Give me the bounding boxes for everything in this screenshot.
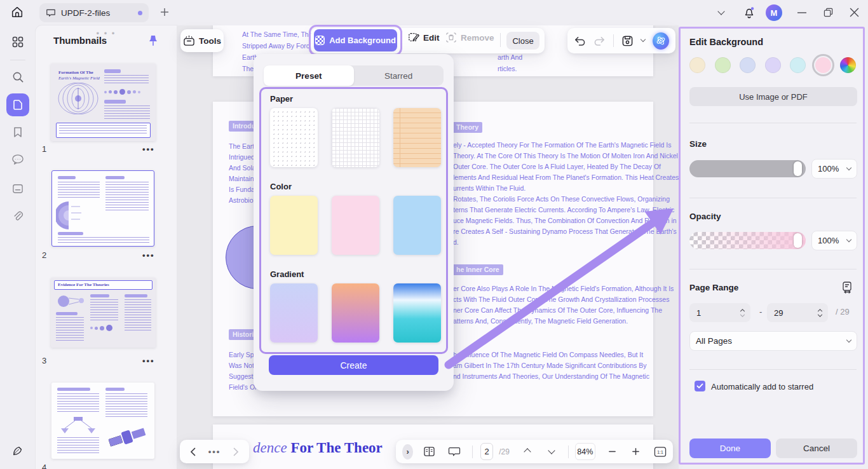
opacity-value-dropdown[interactable]: 100%: [811, 231, 857, 250]
range-from-field[interactable]: [689, 303, 750, 322]
expand-right-icon[interactable]: ›: [402, 444, 413, 459]
background-color-swatch-periwinkle[interactable]: [740, 57, 756, 73]
paperclip-icon[interactable]: [6, 205, 29, 228]
create-label: Create: [340, 360, 367, 370]
gradient-lavender-swatch[interactable]: [270, 283, 318, 343]
paper-lined-swatch[interactable]: [393, 108, 441, 167]
tools-button[interactable]: Tools: [180, 29, 224, 52]
signature-pen-icon[interactable]: [6, 440, 29, 463]
page2-right-paragraph-1: ely - Accepted Theory For The Formation …: [453, 141, 679, 249]
redo-icon[interactable]: [593, 36, 606, 46]
ai-assistant-icon[interactable]: [653, 32, 669, 50]
zoom-level-field[interactable]: 84%: [575, 443, 595, 460]
background-color-swatch-pink[interactable]: [815, 57, 831, 73]
done-button[interactable]: Done: [689, 438, 771, 458]
zoom-out-icon[interactable]: [608, 447, 616, 456]
range-from-input[interactable]: [689, 308, 728, 318]
undo-icon[interactable]: [574, 36, 586, 46]
tab-preset[interactable]: Preset: [264, 65, 354, 86]
minimize-button[interactable]: [797, 11, 806, 14]
history-more-menu[interactable]: •••: [208, 447, 221, 456]
range-to-input[interactable]: [767, 308, 805, 318]
thumb2-more-menu[interactable]: •••: [142, 250, 155, 260]
use-image-or-pdf-button[interactable]: Use Image or PDF: [689, 87, 857, 106]
attachments-card-icon[interactable]: [6, 177, 29, 200]
opacity-slider[interactable]: [689, 232, 806, 249]
color-blue-swatch[interactable]: [393, 196, 441, 255]
zoom-level-value: 84%: [577, 447, 593, 456]
size-slider-handle[interactable]: [794, 161, 802, 176]
background-color-swatch-lavender[interactable]: [765, 57, 781, 73]
add-background-button[interactable]: Add Background: [314, 29, 397, 51]
thumb3-planets-row: [90, 325, 112, 331]
actual-size-icon[interactable]: 1:1: [654, 446, 667, 458]
tab-starred[interactable]: Starred: [354, 65, 444, 86]
paper-grid-swatch[interactable]: [332, 108, 379, 167]
remove-label: Remove: [461, 33, 494, 43]
thumb1-more-menu[interactable]: •••: [142, 144, 155, 154]
apps-grid-icon[interactable]: [6, 31, 29, 53]
thumbnail-page-4[interactable]: [51, 383, 154, 459]
notifications-bell-icon[interactable]: [742, 5, 756, 19]
avatar-letter: M: [771, 8, 778, 18]
save-icon[interactable]: [621, 35, 634, 47]
thumb1-chip2: [104, 100, 126, 104]
history-forward-icon[interactable]: [233, 447, 239, 456]
all-pages-select[interactable]: All Pages: [689, 331, 857, 351]
color-pink-swatch[interactable]: [332, 196, 379, 255]
gradient-blue-teal-swatch[interactable]: [393, 283, 441, 343]
close-window-button[interactable]: [850, 8, 859, 17]
next-page-chevron-icon[interactable]: [549, 451, 554, 453]
background-color-swatch-rainbow[interactable]: [840, 57, 856, 73]
thumbnails-page-icon[interactable]: [6, 93, 29, 116]
reading-mode-icon[interactable]: [423, 446, 435, 457]
previous-page-chevron-icon[interactable]: [525, 449, 530, 454]
save-options-chevron-icon[interactable]: [641, 37, 646, 42]
background-color-swatch-green[interactable]: [715, 57, 731, 73]
thumb3-chip3: [125, 294, 147, 297]
bookmark-icon[interactable]: [6, 121, 29, 144]
zoom-in-icon[interactable]: [632, 447, 640, 456]
new-tab-button[interactable]: [159, 6, 170, 18]
thumbnail-page-1[interactable]: Formation Of The Earth's Magnetic Field: [51, 64, 156, 141]
home-icon[interactable]: [10, 5, 24, 19]
left-icon-rail: [0, 25, 36, 469]
create-button[interactable]: Create: [269, 355, 438, 375]
gradient-orange-purple-swatch[interactable]: [332, 283, 379, 343]
edit-background-button[interactable]: Edit: [408, 32, 440, 43]
cancel-button[interactable]: Cancel: [776, 438, 857, 458]
range-to-stepper[interactable]: [817, 309, 823, 317]
background-color-swatch-cyan[interactable]: [790, 57, 806, 73]
page1-text-right: arth Andrticles.: [498, 53, 522, 76]
auto-starred-checkbox[interactable]: [695, 381, 705, 391]
background-checker-icon: [315, 36, 325, 45]
thumbnail-page-2[interactable]: [51, 170, 154, 247]
unsaved-dot: [138, 11, 142, 15]
pin-icon[interactable]: [147, 34, 159, 47]
history-back-icon[interactable]: [190, 447, 196, 456]
titlebar-chevron-down-icon[interactable]: [719, 9, 724, 14]
comment-bubble-icon[interactable]: [448, 446, 461, 457]
user-avatar[interactable]: M: [766, 4, 782, 21]
opacity-slider-handle[interactable]: [794, 233, 802, 248]
comment-icon[interactable]: [6, 148, 29, 171]
doc-text-line: atterns And, Consequently, The Magnetic …: [453, 317, 674, 328]
page-range-icon[interactable]: [841, 281, 854, 294]
background-color-swatch-cream[interactable]: [689, 57, 705, 73]
remove-background-button[interactable]: Remove: [445, 32, 494, 43]
doc-text-line: rticles.: [498, 65, 522, 76]
thumbnail-page-3[interactable]: Evidence For The Theories: [51, 278, 156, 348]
thumb3-more-menu[interactable]: •••: [142, 356, 155, 365]
document-tab[interactable]: UPDF-2-files: [39, 3, 149, 22]
range-to-field[interactable]: [767, 303, 828, 322]
range-from-stepper[interactable]: [740, 309, 745, 317]
close-toolbar-button[interactable]: Close: [506, 32, 539, 50]
size-slider[interactable]: [689, 160, 806, 177]
color-yellow-swatch[interactable]: [270, 196, 318, 255]
restore-button[interactable]: [824, 8, 833, 17]
page2-right-paragraph-3: he Influence Of The Magnetic Field On Co…: [453, 351, 649, 383]
current-page-field[interactable]: 2: [480, 443, 493, 460]
size-value-dropdown[interactable]: 100%: [811, 159, 857, 179]
search-icon[interactable]: [6, 65, 29, 88]
paper-dotted-swatch[interactable]: [270, 108, 318, 167]
